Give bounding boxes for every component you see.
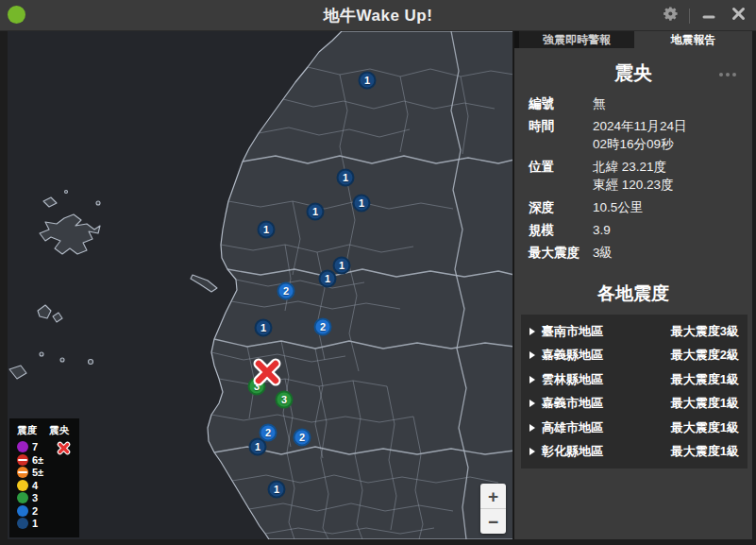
legend-item: 2: [17, 504, 57, 518]
dot-icon: [719, 73, 723, 77]
field-label: 最大震度: [529, 244, 593, 262]
legend-item: 6±: [17, 453, 57, 467]
field-value-line: 2024年11月24日: [593, 117, 687, 135]
legend-item: 1: [17, 517, 57, 530]
field-value: 無: [593, 94, 606, 112]
zoom-in-button[interactable]: +: [480, 484, 506, 508]
expand-triangle-icon: [529, 328, 535, 335]
more-options-button[interactable]: [716, 70, 739, 79]
intensity-1-marker[interactable]: 1: [333, 257, 351, 275]
minimize-button[interactable]: [698, 6, 719, 26]
intensity-2-marker[interactable]: 2: [277, 282, 295, 300]
taiwan-map-basemap: [8, 31, 514, 539]
expand-triangle-icon: [529, 351, 535, 359]
region-row[interactable]: 臺南市地區最大震度3級: [521, 319, 748, 344]
expand-triangle-icon: [529, 448, 535, 455]
region-name: 嘉義縣地區: [542, 347, 603, 364]
region-max-intensity: 最大震度3級: [671, 323, 739, 340]
tab-earthquake-report[interactable]: 地震報告: [634, 31, 752, 48]
legend-item-label: 2: [32, 505, 38, 517]
region-row[interactable]: 嘉義市地區最大震度1級: [521, 392, 748, 417]
field-value-line: 02時16分09秒: [593, 135, 687, 153]
report-panel: 強震即時警報 地震報告 震央 編號無時間2024年11月24日02時16分09秒…: [512, 31, 752, 539]
gear-icon: [662, 5, 680, 26]
region-row[interactable]: 雲林縣地區最大震度1級: [521, 367, 748, 392]
window-title: 地牛Wake Up!: [0, 5, 756, 26]
legend-item: 5±: [17, 466, 57, 479]
region-row[interactable]: 高雄市地區最大震度1級: [521, 416, 748, 440]
region-max-intensity: 最大震度1級: [671, 395, 739, 412]
intensity-2-marker[interactable]: 2: [260, 424, 277, 442]
legend-item-label: 3: [32, 492, 38, 503]
field-row: 規模3.9: [529, 221, 752, 239]
map-legend: 震度 震央 76±5±4321: [9, 418, 79, 537]
legend-item: 7: [17, 440, 57, 453]
close-button[interactable]: [728, 6, 748, 26]
intensity-color-icon: [17, 467, 28, 478]
titlebar: 地牛Wake Up!: [0, 0, 756, 31]
field-value-line: 3級: [593, 244, 613, 262]
close-icon: [731, 7, 746, 25]
expand-triangle-icon: [529, 376, 535, 383]
taiwan-map[interactable]: 1111111111222233 震度 震央 76±5±4321: [8, 31, 514, 539]
region-max-intensity: 最大震度1級: [671, 371, 739, 388]
field-value-line: 無: [593, 94, 606, 112]
intensity-color-icon: [17, 441, 28, 452]
expand-triangle-icon: [529, 400, 535, 407]
region-row[interactable]: 彰化縣地區最大震度1級: [521, 440, 748, 465]
field-value-line: 東經 120.23度: [593, 176, 674, 194]
intensity-2-marker[interactable]: 2: [294, 429, 311, 447]
region-name: 彰化縣地區: [542, 443, 603, 460]
region-row[interactable]: 嘉義縣地區最大震度2級: [521, 344, 748, 368]
minimize-icon: [702, 8, 715, 25]
field-value: 北緯 23.21度東經 120.23度: [593, 158, 674, 194]
tabbar: 強震即時警報 地震報告: [514, 31, 752, 48]
intensity-2-marker[interactable]: 2: [314, 318, 332, 336]
legend-epicenter-x-icon: [57, 440, 76, 530]
regional-intensity-list: 臺南市地區最大震度3級嘉義縣地區最大震度2級雲林縣地區最大震度1級嘉義市地區最大…: [521, 315, 748, 468]
intensity-color-icon: [17, 454, 28, 466]
field-row: 編號無: [529, 94, 752, 112]
legend-item-label: 4: [32, 480, 38, 491]
tab-eew-alert[interactable]: 強震即時警報: [519, 31, 634, 48]
legend-item-label: 6±: [32, 454, 43, 466]
region-name: 臺南市地區: [542, 323, 603, 340]
intensity-1-marker[interactable]: 1: [359, 72, 377, 90]
field-label: 時間: [529, 117, 593, 153]
field-value-line: 10.5公里: [593, 198, 643, 216]
intensity-1-marker[interactable]: 1: [353, 195, 371, 213]
field-label: 位置: [529, 158, 593, 194]
dot-icon: [726, 73, 730, 77]
region-name: 高雄市地區: [542, 419, 603, 436]
field-label: 規模: [529, 221, 593, 239]
intensity-3-marker[interactable]: 3: [276, 391, 294, 409]
region-name: 雲林縣地區: [542, 371, 603, 388]
legend-item-label: 5±: [32, 467, 43, 478]
intensity-color-icon: [17, 480, 28, 491]
field-value: 3.9: [593, 221, 611, 239]
region-max-intensity: 最大震度1級: [671, 443, 739, 460]
intensity-1-marker[interactable]: 1: [268, 481, 286, 499]
titlebar-separator: [689, 9, 690, 24]
field-row: 位置北緯 23.21度東經 120.23度: [529, 158, 752, 194]
epicenter-x-icon: [252, 358, 282, 390]
field-label: 編號: [529, 94, 593, 112]
intensity-color-icon: [17, 505, 28, 517]
field-row: 最大震度3級: [529, 244, 752, 262]
region-max-intensity: 最大震度1級: [671, 419, 739, 436]
field-label: 深度: [529, 198, 593, 216]
intensity-1-marker[interactable]: 1: [307, 203, 325, 221]
region-name: 嘉義市地區: [542, 395, 603, 412]
intensity-1-marker[interactable]: 1: [258, 221, 276, 239]
settings-button[interactable]: [660, 6, 680, 26]
intensity-1-marker[interactable]: 1: [337, 169, 355, 187]
legend-item-label: 7: [32, 441, 38, 452]
intensity-1-marker[interactable]: 1: [319, 270, 337, 288]
field-value-line: 北緯 23.21度: [593, 158, 674, 176]
zoom-out-button[interactable]: −: [480, 508, 506, 534]
field-value: 3級: [593, 244, 613, 262]
field-value: 2024年11月24日02時16分09秒: [593, 117, 687, 153]
epicenter-fields: 編號無時間2024年11月24日02時16分09秒位置北緯 23.21度東經 1…: [529, 94, 752, 262]
intensity-1-marker[interactable]: 1: [255, 319, 273, 337]
expand-triangle-icon: [529, 424, 535, 432]
